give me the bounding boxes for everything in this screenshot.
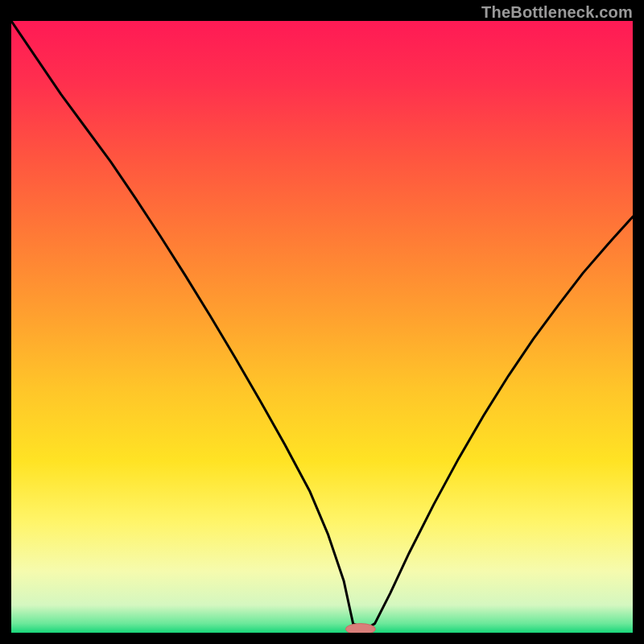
gradient-background bbox=[11, 21, 633, 633]
bottleneck-chart bbox=[11, 21, 633, 633]
chart-frame bbox=[11, 21, 633, 633]
watermark-text: TheBottleneck.com bbox=[481, 3, 633, 22]
minimum-marker bbox=[345, 624, 375, 633]
